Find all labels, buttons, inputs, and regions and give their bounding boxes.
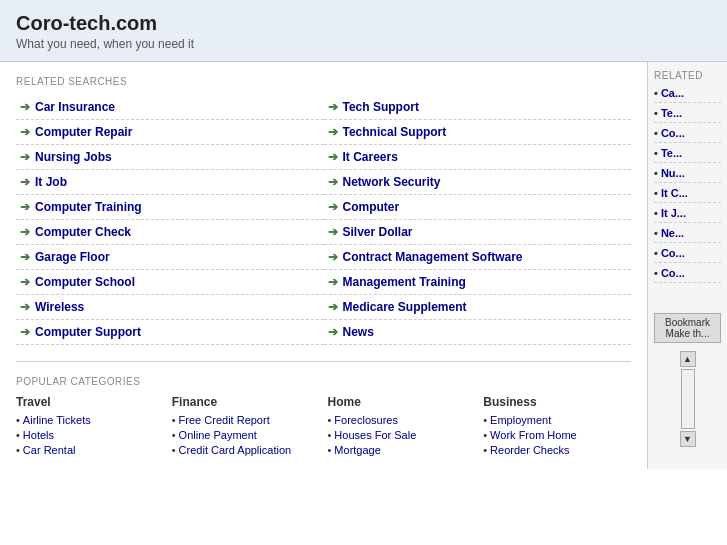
list-item: ➔ Management Training — [324, 270, 632, 295]
related-grid: ➔ Car Insurance ➔ Tech Support ➔ Compute… — [16, 95, 631, 345]
bookmark-box: Bookmark Make th... — [654, 313, 721, 343]
list-item: ➔ News — [324, 320, 632, 345]
list-item: ➔ Computer Repair — [16, 120, 324, 145]
popular-link[interactable]: Employment — [490, 414, 551, 426]
popular-link[interactable]: Reorder Checks — [490, 444, 569, 456]
popular-label: POPULAR CATEGORIES — [16, 376, 631, 387]
popular-link[interactable]: Airline Tickets — [23, 414, 91, 426]
related-link[interactable]: Computer Repair — [35, 125, 132, 139]
sidebar-link[interactable]: It J... — [654, 207, 721, 223]
related-searches-label: RELATED SEARCHES — [16, 76, 631, 87]
related-link[interactable]: Management Training — [343, 275, 466, 289]
related-link[interactable]: Tech Support — [343, 100, 419, 114]
popular-col-home: Home Foreclosures Houses For Sale Mortga… — [328, 395, 476, 459]
arrow-icon: ➔ — [20, 150, 30, 164]
related-link[interactable]: Contract Management Software — [343, 250, 523, 264]
list-item: ➔ Wireless — [16, 295, 324, 320]
bookmark-text: Bookmark — [659, 317, 716, 328]
related-link[interactable]: Network Security — [343, 175, 441, 189]
list-item: Mortgage — [328, 444, 476, 456]
site-subtitle: What you need, when you need it — [16, 37, 711, 51]
popular-col-business: Business Employment Work From Home Reord… — [483, 395, 631, 459]
related-link[interactable]: Computer Support — [35, 325, 141, 339]
site-title: Coro-tech.com — [16, 12, 711, 35]
scrollbar[interactable]: ▲ ▼ — [654, 351, 721, 447]
popular-col-title: Business — [483, 395, 631, 409]
sidebar-link[interactable]: Te... — [654, 107, 721, 123]
arrow-icon: ➔ — [20, 250, 30, 264]
arrow-icon: ➔ — [328, 225, 338, 239]
popular-link[interactable]: Mortgage — [334, 444, 380, 456]
related-link[interactable]: Computer School — [35, 275, 135, 289]
make-text: Make th... — [659, 328, 716, 339]
arrow-icon: ➔ — [328, 300, 338, 314]
list-item: Free Credit Report — [172, 414, 320, 426]
sidebar-link[interactable]: It C... — [654, 187, 721, 203]
list-item: Online Payment — [172, 429, 320, 441]
list-item: Credit Card Application — [172, 444, 320, 456]
popular-col-travel: Travel Airline Tickets Hotels Car Rental — [16, 395, 164, 459]
popular-link[interactable]: Online Payment — [179, 429, 257, 441]
popular-section: POPULAR CATEGORIES Travel Airline Ticket… — [16, 361, 631, 459]
list-item: ➔ Computer Check — [16, 220, 324, 245]
scroll-up-btn[interactable]: ▲ — [680, 351, 696, 367]
list-item: ➔ Medicare Supplement — [324, 295, 632, 320]
scroll-down-btn[interactable]: ▼ — [680, 431, 696, 447]
list-item: ➔ Computer — [324, 195, 632, 220]
related-link[interactable]: Computer Check — [35, 225, 131, 239]
related-link[interactable]: Computer — [343, 200, 400, 214]
list-item: Airline Tickets — [16, 414, 164, 426]
list-item: ➔ It Job — [16, 170, 324, 195]
arrow-icon: ➔ — [328, 275, 338, 289]
arrow-icon: ➔ — [328, 100, 338, 114]
list-item: Work From Home — [483, 429, 631, 441]
list-item: ➔ Technical Support — [324, 120, 632, 145]
related-link[interactable]: Nursing Jobs — [35, 150, 112, 164]
related-link[interactable]: Car Insurance — [35, 100, 115, 114]
popular-link[interactable]: Work From Home — [490, 429, 577, 441]
related-link[interactable]: Garage Floor — [35, 250, 110, 264]
related-link[interactable]: Technical Support — [343, 125, 447, 139]
arrow-icon: ➔ — [328, 250, 338, 264]
sidebar-link[interactable]: Co... — [654, 127, 721, 143]
sidebar-link[interactable]: Co... — [654, 247, 721, 263]
arrow-icon: ➔ — [328, 125, 338, 139]
sidebar-label: RELATED — [654, 70, 721, 81]
related-link[interactable]: It Careers — [343, 150, 398, 164]
arrow-icon: ➔ — [20, 275, 30, 289]
arrow-icon: ➔ — [328, 150, 338, 164]
related-link[interactable]: Wireless — [35, 300, 84, 314]
list-item: Reorder Checks — [483, 444, 631, 456]
list-item: ➔ Network Security — [324, 170, 632, 195]
list-item: Foreclosures — [328, 414, 476, 426]
list-item: Hotels — [16, 429, 164, 441]
list-item: ➔ Computer Support — [16, 320, 324, 345]
related-link[interactable]: It Job — [35, 175, 67, 189]
popular-link[interactable]: Credit Card Application — [179, 444, 292, 456]
list-item: ➔ Car Insurance — [16, 95, 324, 120]
popular-col-title: Travel — [16, 395, 164, 409]
list-item: ➔ Computer Training — [16, 195, 324, 220]
popular-col-title: Home — [328, 395, 476, 409]
sidebar-link[interactable]: Ne... — [654, 227, 721, 243]
related-link[interactable]: Computer Training — [35, 200, 142, 214]
sidebar-link[interactable]: Nu... — [654, 167, 721, 183]
popular-link[interactable]: Hotels — [23, 429, 54, 441]
related-link[interactable]: Silver Dollar — [343, 225, 413, 239]
right-sidebar: RELATED Ca... Te... Co... Te... Nu... It… — [647, 62, 727, 469]
page-header: Coro-tech.com What you need, when you ne… — [0, 0, 727, 62]
popular-link[interactable]: Car Rental — [23, 444, 76, 456]
arrow-icon: ➔ — [20, 225, 30, 239]
popular-link[interactable]: Houses For Sale — [334, 429, 416, 441]
related-link[interactable]: Medicare Supplement — [343, 300, 467, 314]
list-item: ➔ Garage Floor — [16, 245, 324, 270]
list-item: ➔ It Careers — [324, 145, 632, 170]
related-link[interactable]: News — [343, 325, 374, 339]
scroll-track — [681, 369, 695, 429]
popular-link[interactable]: Foreclosures — [334, 414, 398, 426]
sidebar-link[interactable]: Co... — [654, 267, 721, 283]
sidebar-link[interactable]: Te... — [654, 147, 721, 163]
sidebar-link[interactable]: Ca... — [654, 87, 721, 103]
popular-grid: Travel Airline Tickets Hotels Car Rental… — [16, 395, 631, 459]
popular-link[interactable]: Free Credit Report — [179, 414, 270, 426]
